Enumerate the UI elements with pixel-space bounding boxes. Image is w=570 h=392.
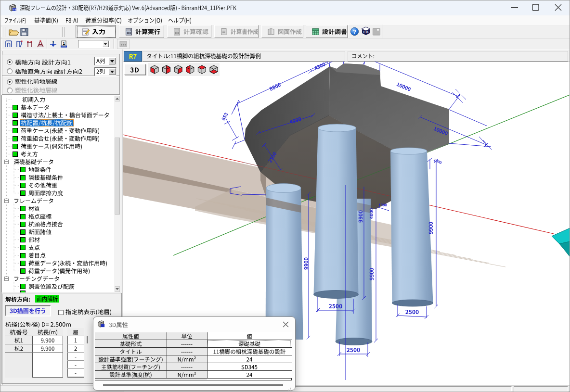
svg-text:FB: FB — [363, 30, 369, 34]
svg-text:?: ? — [353, 29, 356, 35]
